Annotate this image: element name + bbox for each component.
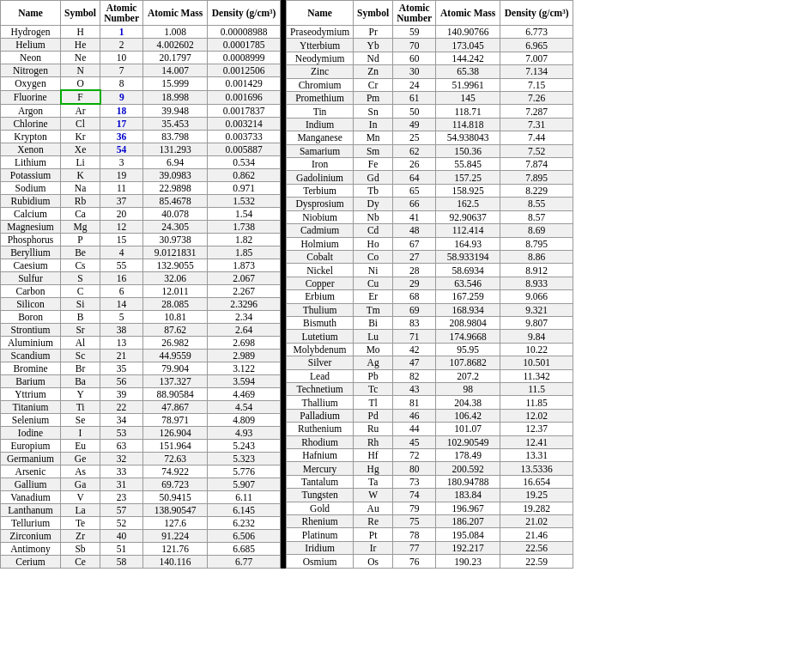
table-cell: Silver [287, 356, 354, 369]
table-cell: 57 [100, 504, 143, 517]
table-cell: 29 [393, 277, 436, 289]
table-row: ScandiumSc2144.95592.989 [1, 350, 281, 362]
table-cell: 195.084 [436, 528, 500, 541]
table-row: ArgonAr1839.9480.0017837 [1, 104, 281, 118]
table-cell: 72 [393, 449, 436, 462]
table-row: SamariumSm62150.367.52 [287, 144, 573, 157]
table-cell: Sr [61, 324, 100, 337]
table-cell: 112.414 [436, 224, 500, 237]
table-cell: 3.594 [208, 375, 281, 388]
table-cell: 91.224 [143, 530, 208, 543]
table-cell: 28 [393, 264, 436, 277]
table-row: BoronB510.812.34 [1, 311, 281, 324]
table-cell: 25 [393, 131, 436, 144]
table-cell: 2.698 [208, 337, 281, 350]
table-cell: Hafnium [287, 449, 354, 462]
table-cell: 7.15 [500, 78, 573, 91]
table-row: ZirconiumZr4091.2246.506 [1, 530, 281, 543]
table-cell: 42 [393, 343, 436, 356]
header-density-1: Density (g/cm³) [208, 1, 281, 26]
table-cell: Helium [1, 39, 61, 52]
table-cell: Molybdenum [287, 343, 354, 356]
table-row: GadoliniumGd64157.257.895 [287, 171, 573, 184]
table-cell: Praseodymium [287, 26, 354, 39]
table-cell: I [61, 427, 100, 440]
table-cell: 68 [393, 290, 436, 303]
table-cell: Rubidium [1, 195, 61, 208]
table-row: ZincZn3065.387.134 [287, 65, 573, 78]
table-cell: 106.42 [436, 409, 500, 422]
table-cell: 16.654 [500, 475, 573, 488]
table-row: ErbiumEr68167.2599.066 [287, 290, 573, 303]
table-cell: 12.011 [143, 285, 208, 298]
table-row: YttriumY3988.905844.469 [1, 388, 281, 401]
table-row: TitaniumTi2247.8674.54 [1, 401, 281, 414]
table-cell: 19 [100, 169, 143, 182]
table-row: LanthanumLa57138.905476.145 [1, 504, 281, 517]
table-cell: Co [354, 250, 393, 263]
table-cell: Cs [61, 259, 100, 272]
tables-container: Name Symbol AtomicNumber Atomic Mass Den… [0, 0, 573, 569]
table-cell: Sodium [1, 182, 61, 195]
table-cell: 85.4678 [143, 195, 208, 208]
table-cell: Ti [61, 401, 100, 414]
table-cell: 6 [100, 285, 143, 298]
table-cell: 0.003733 [208, 131, 281, 143]
table-cell: 6.506 [208, 530, 281, 543]
table-cell: Chlorine [1, 118, 61, 131]
table-cell: Y [61, 388, 100, 401]
table-cell: N [61, 64, 100, 77]
table-row: BariumBa56137.3273.594 [1, 375, 281, 388]
table-cell: Sn [354, 105, 393, 118]
table-cell: V [61, 491, 100, 504]
table-cell: 10.501 [500, 356, 573, 369]
table-cell: 4.809 [208, 414, 281, 427]
table-cell: Erbium [287, 290, 354, 303]
header-atomic-1: AtomicNumber [100, 1, 143, 26]
table-cell: 77 [393, 541, 436, 554]
table-cell: 9 [100, 90, 143, 104]
table-cell: H [61, 26, 100, 39]
table-row: IodineI53126.9044.93 [1, 427, 281, 440]
table-cell: 92.90637 [436, 210, 500, 223]
table-cell: Tb [354, 184, 393, 197]
table-cell: La [61, 504, 100, 517]
table-cell: P [61, 234, 100, 246]
table-cell: 8.229 [500, 184, 573, 197]
table-cell: Argon [1, 104, 61, 118]
table-cell: Ga [61, 478, 100, 491]
table-cell: Pt [354, 528, 393, 541]
table-cell: C [61, 285, 100, 298]
table-cell: Hydrogen [1, 26, 61, 39]
table-cell: 78.971 [143, 414, 208, 427]
table-cell: Sulfur [1, 272, 61, 285]
header-symbol-1: Symbol [61, 1, 100, 26]
table-cell: Pm [354, 92, 393, 105]
table-cell: 151.964 [143, 440, 208, 453]
table-cell: 196.967 [436, 502, 500, 514]
table-row: RutheniumRu44101.0712.37 [287, 423, 573, 435]
table-cell: 40 [100, 530, 143, 543]
table-cell: Dysprosium [287, 198, 354, 210]
table-cell: 4.469 [208, 388, 281, 401]
table-cell: 10.81 [143, 311, 208, 324]
table-cell: 162.5 [436, 198, 500, 210]
table-row: CalciumCa2040.0781.54 [1, 208, 281, 221]
table-cell: 11.5 [500, 382, 573, 395]
table-row: SilverAg47107.868210.501 [287, 356, 573, 369]
table-cell: 164.93 [436, 237, 500, 250]
table-cell: 2 [100, 39, 143, 52]
table-cell: 4 [100, 246, 143, 259]
table-cell: 32 [100, 453, 143, 465]
table-cell: B [61, 311, 100, 324]
table-cell: Au [354, 502, 393, 514]
table-cell: Ag [354, 356, 393, 369]
table-cell: 118.71 [436, 105, 500, 118]
table-row: BismuthBi83208.98049.807 [287, 316, 573, 329]
table-cell: 137.327 [143, 375, 208, 388]
table-cell: Br [61, 362, 100, 375]
table-cell: Lu [354, 330, 393, 343]
table-cell: 1.008 [143, 26, 208, 39]
table-cell: Mercury [287, 462, 354, 475]
table-cell: 62 [393, 144, 436, 157]
